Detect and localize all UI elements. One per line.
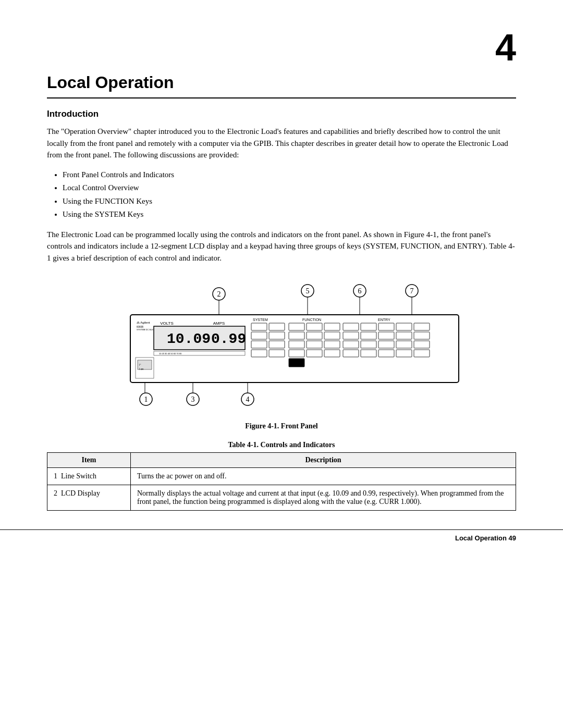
item-number-1: 1 [54,472,57,480]
svg-text:10  20  30  40  50  60  70  80: 10 20 30 40 50 60 70 80 [159,352,182,355]
footer-text: Local Operation 49 [455,534,516,542]
item-name-2: LCD Display [61,489,100,497]
svg-text:⁂ Agilent: ⁂ Agilent [137,321,150,324]
bullet-item-3: Using the FUNCTION Keys [63,195,516,208]
chapter-number: 4 [495,26,516,69]
bullet-item-2: Local Control Overview [63,181,516,195]
page: 4 Local Operation Introduction The "Oper… [0,0,563,563]
table-header-row: Item Description [47,453,516,468]
table-row: 1 Line Switch Turns the ac power on and … [47,468,516,485]
front-panel-svg: 2 5 6 7 ⁂ Agilent [99,279,464,415]
svg-text:0.99: 0.99 [211,331,246,347]
table-cell-item-1: 1 Line Switch [47,468,131,485]
svg-text:ENTRY: ENTRY [378,318,390,322]
svg-text:1: 1 [144,396,148,403]
svg-text:I°: I° [139,363,141,366]
bullet-item-1: Front Panel Controls and Indicators [63,168,516,182]
svg-text:VOLTS: VOLTS [160,321,174,326]
intro-paragraph-2: The Electronic Load can be programmed lo… [47,229,516,264]
section-heading: Introduction [47,109,516,119]
table-cell-item-2: 2 LCD Display [47,485,131,511]
column-header-item: Item [47,453,131,468]
item-name-1: Line Switch [61,472,96,480]
title-rule [47,97,516,98]
svg-text:5: 5 [306,287,310,295]
figure-container: 2 5 6 7 ⁂ Agilent [47,279,516,430]
controls-table: Item Description 1 Line Switch Turns the… [47,452,516,511]
svg-text:SYSTEM: SYSTEM [253,318,268,322]
intro-paragraph-1: The "Operation Overview" chapter introdu… [47,126,516,161]
table-title: Table 4-1. Controls and Indicators [47,441,516,449]
column-header-description: Description [131,453,516,468]
item-number-2: 2 [54,489,57,497]
svg-text:4: 4 [246,396,250,403]
svg-text:I on: I on [139,367,144,371]
table-cell-desc-1: Turns the ac power on and off. [131,468,516,485]
front-panel-diagram: 2 5 6 7 ⁂ Agilent [99,279,464,417]
page-footer: Local Operation 49 [0,529,563,542]
svg-rect-54 [289,359,304,367]
svg-text:2: 2 [217,290,221,298]
svg-text:7: 7 [410,287,414,295]
chapter-title: Local Operation [47,73,516,92]
bullet-list: Front Panel Controls and Indicators Loca… [63,168,516,221]
bullet-item-4: Using the SYSTEM Keys [63,208,516,221]
svg-text:AMPS: AMPS [213,321,225,326]
figure-caption: Figure 4-1. Front Panel [245,422,317,430]
table-cell-desc-2: Normally displays the actual voltage and… [131,485,516,511]
svg-text:10.09: 10.09 [167,331,211,347]
svg-text:6: 6 [358,287,362,295]
svg-text:FUNCTION: FUNCTION [302,318,321,322]
svg-text:3: 3 [191,396,195,403]
table-row: 2 LCD Display Normally displays the actu… [47,485,516,511]
